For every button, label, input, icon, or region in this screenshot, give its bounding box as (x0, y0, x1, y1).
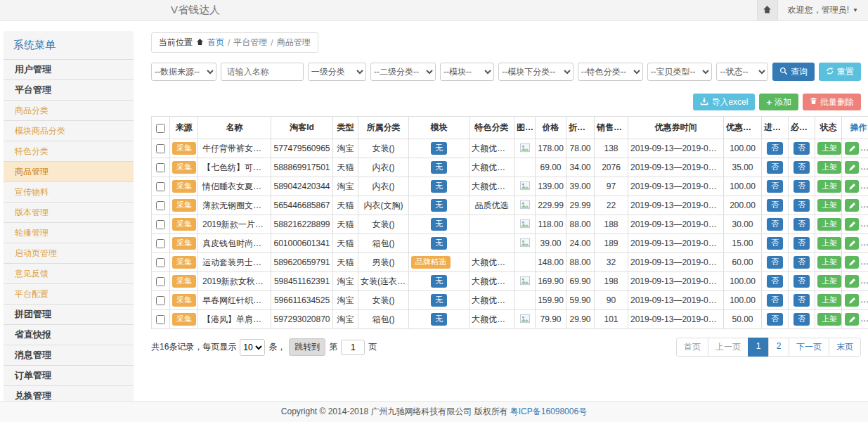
breadcrumb-home-link[interactable]: 首页 (207, 37, 224, 49)
row-checkbox[interactable] (156, 201, 165, 210)
filter-select-feature[interactable]: --特色分类-- (578, 63, 643, 81)
page-button[interactable]: 1 (748, 338, 769, 357)
status-badge[interactable]: 上架 (817, 199, 841, 212)
per-page-select[interactable]: 10 (240, 339, 265, 356)
row-checkbox[interactable] (156, 144, 165, 153)
must-buy-badge[interactable]: 否 (793, 237, 810, 250)
sidebar-item-promo-material[interactable]: 宣传物料 (4, 181, 134, 202)
filter-select-item-type[interactable]: --宝贝类型-- (647, 63, 713, 81)
filter-select-module[interactable]: --模块-- (440, 63, 494, 81)
filter-select-source[interactable]: --数据来源-- (151, 63, 216, 81)
sidebar-item-order-manage[interactable]: 订单管理 (4, 365, 134, 385)
add-button[interactable]: + 添加 (759, 94, 798, 110)
imported-badge[interactable]: 否 (767, 161, 783, 174)
sidebar-item-goods-category[interactable]: 商品分类 (4, 100, 134, 120)
imported-badge[interactable]: 否 (767, 237, 783, 250)
icp-link[interactable]: 粤ICP备16098006号 (510, 406, 587, 418)
module-badge[interactable]: 无 (431, 313, 447, 326)
must-buy-badge[interactable]: 否 (793, 294, 810, 307)
imported-badge[interactable]: 否 (767, 256, 783, 269)
imported-badge[interactable]: 否 (767, 275, 783, 288)
row-checkbox[interactable] (156, 296, 165, 305)
edit-button[interactable] (845, 237, 859, 250)
row-checkbox[interactable] (156, 163, 165, 172)
must-buy-badge[interactable]: 否 (793, 256, 810, 269)
edit-button[interactable] (845, 275, 859, 288)
user-menu[interactable]: 欢迎您，管理员! ▼ (778, 4, 868, 16)
filter-select-status[interactable]: --状态-- (716, 63, 768, 81)
page-button[interactable]: 2 (768, 338, 789, 357)
sidebar-item-goods-manage[interactable]: 商品管理 (4, 161, 134, 181)
status-badge[interactable]: 上架 (817, 256, 841, 269)
module-badge[interactable]: 无 (431, 294, 447, 307)
status-badge[interactable]: 上架 (817, 180, 841, 193)
module-badge[interactable]: 无 (431, 180, 447, 193)
module-badge[interactable]: 无 (431, 275, 447, 288)
module-badge[interactable]: 无 (431, 161, 447, 174)
sidebar-item-module-goods-category[interactable]: 模块商品分类 (4, 120, 134, 141)
module-badge[interactable]: 品牌精选 (411, 256, 451, 269)
page-button[interactable]: 下一页 (789, 338, 829, 357)
module-badge[interactable]: 无 (431, 218, 447, 231)
row-checkbox[interactable] (156, 315, 165, 324)
sidebar-item-splash-manage[interactable]: 启动页管理 (4, 243, 134, 263)
module-badge[interactable]: 无 (431, 237, 447, 250)
filter-select-category-l2[interactable]: --二级分类-- (370, 63, 436, 81)
batch-delete-button[interactable]: 批量删除 (803, 94, 861, 110)
sidebar-item-message-manage[interactable]: 消息管理 (4, 345, 134, 365)
must-buy-badge[interactable]: 否 (793, 313, 810, 326)
edit-button[interactable] (845, 199, 859, 212)
edit-button[interactable] (845, 142, 859, 155)
must-buy-badge[interactable]: 否 (793, 180, 810, 193)
page-button[interactable]: 末页 (829, 338, 861, 357)
filter-select-module-sub[interactable]: --模块下分类-- (498, 63, 573, 81)
edit-button[interactable] (845, 218, 859, 231)
module-badge[interactable]: 无 (431, 199, 447, 212)
module-badge[interactable]: 无 (431, 142, 447, 155)
must-buy-badge[interactable]: 否 (793, 199, 810, 212)
edit-button[interactable] (845, 313, 859, 326)
must-buy-badge[interactable]: 否 (793, 218, 810, 231)
status-badge[interactable]: 上架 (817, 161, 841, 174)
row-checkbox[interactable] (156, 220, 165, 229)
sidebar-item-platform-config[interactable]: 平台配置 (4, 283, 134, 304)
sidebar-item-users[interactable]: 用户管理 (4, 59, 134, 79)
edit-button[interactable] (845, 294, 859, 307)
status-badge[interactable]: 上架 (817, 275, 841, 288)
select-all-checkbox[interactable] (156, 124, 165, 133)
imported-badge[interactable]: 否 (767, 180, 783, 193)
edit-button[interactable] (845, 161, 859, 174)
must-buy-badge[interactable]: 否 (793, 161, 810, 174)
status-badge[interactable]: 上架 (817, 294, 841, 307)
sidebar-item-carousel-manage[interactable]: 轮播管理 (4, 222, 134, 243)
row-checkbox[interactable] (156, 182, 165, 191)
sidebar-item-version-manage[interactable]: 版本管理 (4, 202, 134, 222)
edit-button[interactable] (845, 256, 859, 269)
must-buy-badge[interactable]: 否 (793, 142, 810, 155)
sidebar-item-platform[interactable]: 平台管理 (4, 79, 134, 100)
import-excel-button[interactable]: 导入excel (693, 94, 755, 110)
reset-button[interactable]: 重置 (819, 63, 861, 81)
must-buy-badge[interactable]: 否 (793, 275, 810, 288)
imported-badge[interactable]: 否 (767, 218, 783, 231)
jump-button[interactable]: 跳转到 (289, 338, 325, 356)
filter-select-category-l1[interactable]: 一级分类 (308, 63, 366, 81)
row-checkbox[interactable] (156, 277, 165, 286)
imported-badge[interactable]: 否 (767, 199, 783, 212)
name-search-input[interactable] (221, 63, 304, 81)
status-badge[interactable]: 上架 (817, 142, 841, 155)
home-button[interactable] (757, 0, 778, 20)
imported-badge[interactable]: 否 (767, 294, 783, 307)
status-badge[interactable]: 上架 (817, 237, 841, 250)
jump-page-input[interactable] (341, 340, 365, 355)
status-badge[interactable]: 上架 (817, 313, 841, 326)
imported-badge[interactable]: 否 (767, 313, 783, 326)
edit-button[interactable] (845, 180, 859, 193)
sidebar-item-group-manage[interactable]: 拼团管理 (4, 304, 134, 324)
row-checkbox[interactable] (156, 239, 165, 248)
sidebar-item-feature-category[interactable]: 特色分类 (4, 141, 134, 161)
imported-badge[interactable]: 否 (767, 142, 783, 155)
sidebar-item-express-report[interactable]: 省直快报 (4, 324, 134, 345)
row-checkbox[interactable] (156, 258, 165, 267)
sidebar-item-feedback[interactable]: 意见反馈 (4, 263, 134, 283)
